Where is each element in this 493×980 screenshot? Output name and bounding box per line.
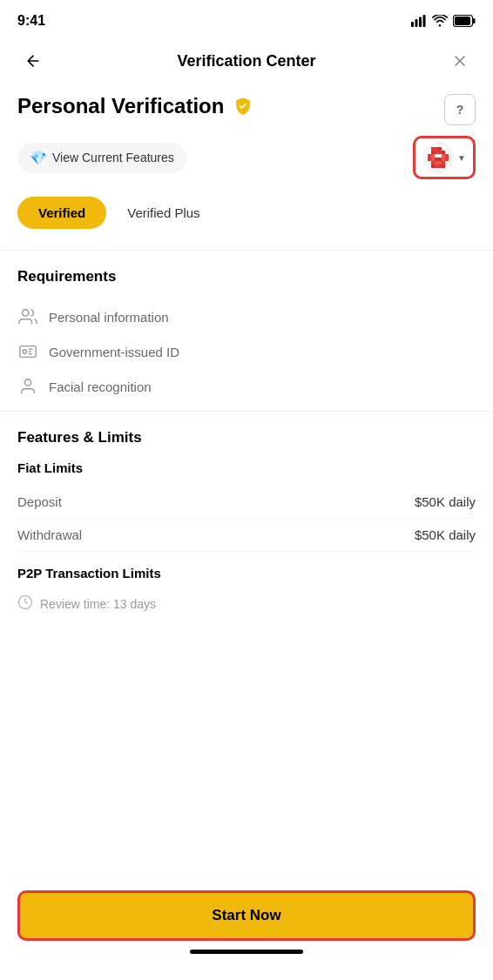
start-now-button[interactable]: Start Now <box>17 890 476 941</box>
requirements-label: Requirements <box>17 268 476 285</box>
svg-rect-19 <box>442 154 445 158</box>
section-title-row: Personal Verification <box>17 94 255 118</box>
p2p-label: P2P Transaction Limits <box>17 566 476 581</box>
face-icon <box>17 376 38 397</box>
features-limits-section: Features & Limits Fiat Limits Deposit $5… <box>17 429 476 620</box>
clock-icon <box>17 594 33 613</box>
status-icons <box>411 15 476 27</box>
svg-rect-5 <box>473 18 476 23</box>
svg-rect-2 <box>419 17 422 28</box>
requirements-list: Personal information Government-issued I… <box>17 299 476 404</box>
status-time: 9:41 <box>17 13 45 29</box>
signal-icon <box>411 15 427 27</box>
svg-rect-0 <box>411 22 414 27</box>
deposit-label: Deposit <box>17 494 62 509</box>
svg-rect-3 <box>423 15 426 27</box>
svg-rect-34 <box>442 164 445 168</box>
fiat-limits-table: Deposit $50K daily Withdrawal $50K daily <box>17 486 476 552</box>
view-features-button[interactable]: 💎 View Current Features <box>17 143 186 173</box>
svg-rect-32 <box>435 164 438 168</box>
deposit-value: $50K daily <box>415 494 476 509</box>
view-features-label: View Current Features <box>52 151 174 164</box>
battery-icon <box>453 15 476 27</box>
tab-verified-plus[interactable]: Verified Plus <box>120 197 206 229</box>
svg-rect-20 <box>445 154 449 158</box>
svg-rect-30 <box>442 161 445 164</box>
status-bar: 9:41 <box>0 0 493 38</box>
fiat-limits-label: Fiat Limits <box>17 460 476 475</box>
withdrawal-label: Withdrawal <box>17 527 82 542</box>
svg-rect-21 <box>428 158 431 161</box>
header-title: Verification Center <box>49 52 444 70</box>
withdrawal-value: $50K daily <box>415 527 476 542</box>
limits-row: Withdrawal $50K daily <box>17 519 476 552</box>
diamond-icon: 💎 <box>30 150 47 166</box>
svg-rect-27 <box>431 161 435 164</box>
svg-rect-25 <box>442 158 445 161</box>
features-row: 💎 View Current Features <box>17 136 476 179</box>
svg-rect-17 <box>435 154 438 158</box>
svg-rect-26 <box>445 158 449 161</box>
svg-rect-18 <box>438 154 442 158</box>
svg-point-35 <box>23 310 29 316</box>
avatar-dropdown[interactable]: ▼ <box>413 136 476 179</box>
home-indicator <box>190 950 303 954</box>
svg-rect-1 <box>415 19 418 27</box>
divider-1 <box>0 250 493 251</box>
svg-rect-14 <box>442 151 445 154</box>
svg-rect-33 <box>438 164 442 168</box>
header: Verification Center <box>0 38 493 87</box>
svg-rect-24 <box>438 158 442 161</box>
id-card-icon <box>17 341 38 362</box>
avatar <box>422 142 454 173</box>
svg-rect-22 <box>431 158 435 161</box>
svg-point-38 <box>24 379 30 386</box>
help-button[interactable]: ? <box>444 94 476 125</box>
tabs: Verified Verified Plus <box>17 197 476 229</box>
req-item-label: Personal information <box>49 310 169 325</box>
svg-rect-10 <box>438 147 442 151</box>
close-button[interactable] <box>444 45 476 77</box>
person-info-icon <box>17 306 38 327</box>
svg-rect-16 <box>431 154 435 158</box>
svg-rect-31 <box>431 164 435 168</box>
bottom-section: Start Now <box>0 880 493 980</box>
svg-rect-12 <box>435 151 438 154</box>
review-time-label: Review time: 13 days <box>40 597 156 611</box>
requirements-section: Requirements Personal information <box>17 268 476 404</box>
main-content: Personal Verification ? 💎 View Current F… <box>0 87 493 724</box>
req-item-label: Government-issued ID <box>49 345 179 359</box>
svg-rect-8 <box>431 147 435 151</box>
svg-rect-23 <box>435 158 438 161</box>
list-item: Government-issued ID <box>17 334 476 369</box>
list-item: Personal information <box>17 299 476 334</box>
tab-verified[interactable]: Verified <box>17 197 106 229</box>
wifi-icon <box>432 15 448 27</box>
features-limits-label: Features & Limits <box>17 429 476 446</box>
svg-rect-28 <box>435 161 438 164</box>
limits-row: Deposit $50K daily <box>17 486 476 519</box>
section-header: Personal Verification ? <box>17 87 476 125</box>
dropdown-arrow-icon: ▼ <box>457 153 466 163</box>
divider-2 <box>0 411 493 412</box>
svg-rect-11 <box>431 151 435 154</box>
section-title: Personal Verification <box>17 94 224 118</box>
svg-rect-6 <box>455 17 470 25</box>
p2p-section: P2P Transaction Limits Review time: 13 d… <box>17 566 476 620</box>
help-icon: ? <box>456 103 464 117</box>
svg-point-37 <box>23 350 27 354</box>
req-item-label: Facial recognition <box>49 379 152 394</box>
review-time-row: Review time: 13 days <box>17 587 476 620</box>
svg-rect-9 <box>435 147 438 151</box>
svg-rect-15 <box>428 154 431 158</box>
shield-icon <box>231 94 255 118</box>
svg-rect-13 <box>438 151 442 154</box>
list-item: Facial recognition <box>17 369 476 404</box>
svg-rect-29 <box>438 161 442 164</box>
back-button[interactable] <box>17 45 49 77</box>
